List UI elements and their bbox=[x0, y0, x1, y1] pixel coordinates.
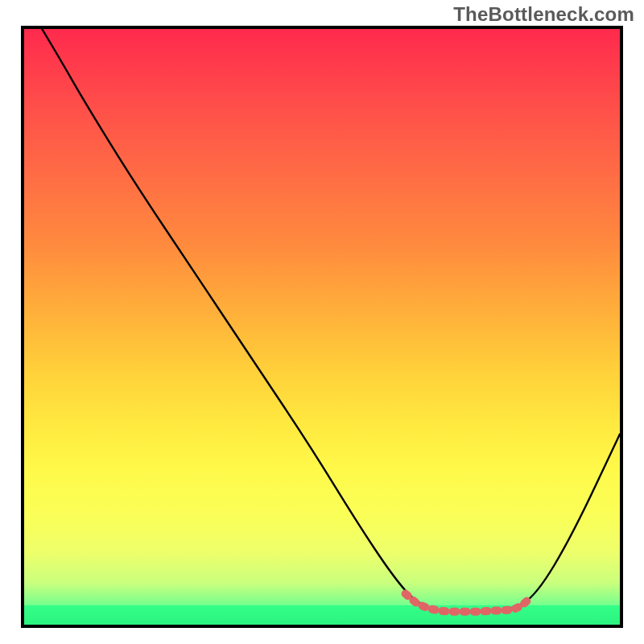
watermark-text: TheBottleneck.com bbox=[453, 3, 634, 26]
chart-frame: TheBottleneck.com bbox=[0, 0, 644, 644]
optimal-range-marker bbox=[406, 594, 530, 612]
bottleneck-curve bbox=[42, 29, 620, 611]
curve-layer bbox=[24, 29, 620, 625]
plot-area bbox=[21, 26, 623, 628]
